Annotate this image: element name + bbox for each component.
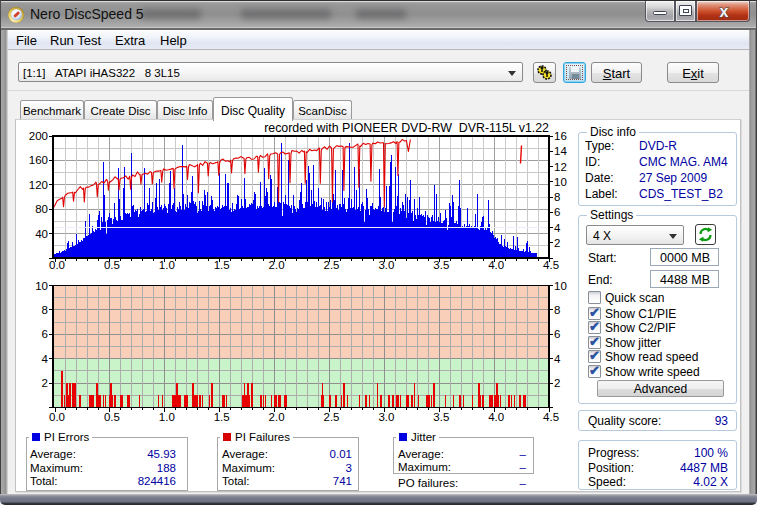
svg-text:x: x bbox=[720, 3, 729, 20]
